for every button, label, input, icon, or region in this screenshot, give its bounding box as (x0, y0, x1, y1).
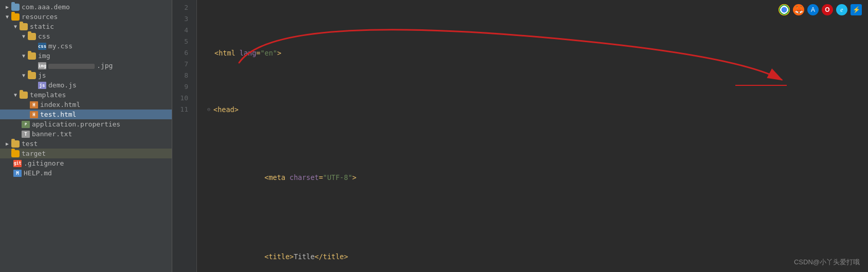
folder-icon (28, 52, 36, 60)
img-file-icon: img (38, 62, 46, 69)
css-file-icon: css (38, 43, 46, 50)
sidebar-item-label: target (22, 150, 46, 157)
code-content[interactable]: <html lang="en"> ⊖ <head> <meta charset=… (197, 0, 868, 272)
code-line-4: <meta charset="UTF-8"> (205, 160, 868, 194)
sidebar-item-js[interactable]: ▼ js (0, 70, 172, 80)
code-editor: 2 3 4 5 6 7 8 9 10 11 <html lang="en"> ⊖… (172, 0, 868, 272)
folder-icon (28, 33, 36, 40)
sidebar-item-test[interactable]: ▶ test (0, 139, 172, 149)
line-num-4: 4 (172, 25, 192, 36)
line-num-5: 5 (172, 36, 192, 47)
line-num-3: 3 (172, 13, 192, 25)
folder-icon (11, 13, 20, 21)
sidebar-item-label: test (22, 140, 38, 148)
sidebar-item-gitignore[interactable]: git .gitignore (0, 158, 172, 168)
chevron-down-icon: ▼ (21, 33, 27, 40)
sidebar-item-app-props[interactable]: P application.properties (0, 119, 172, 129)
md-file-icon: M (13, 170, 22, 177)
sidebar-item-templates[interactable]: ▼ templates (0, 90, 172, 100)
code-token: title (323, 252, 344, 261)
code-token: = (256, 47, 260, 59)
code-token: Title (294, 252, 315, 261)
file-tree: ▶ com.aaa.demo ▼ resources ▼ static ▼ cs… (0, 0, 172, 272)
sidebar-item-label: demo.js (48, 81, 77, 89)
sidebar-item-label: .gitignore (24, 159, 64, 167)
sidebar-item-label: my.css (48, 42, 73, 50)
fold-icon[interactable]: ⊖ (205, 106, 212, 113)
sidebar-item-label: index.html (40, 101, 80, 108)
folder-icon (11, 150, 20, 157)
chevron-down-icon: ▼ (21, 72, 27, 79)
sidebar-item-help-md[interactable]: M HELP.md (0, 168, 172, 178)
line-num-9: 9 (172, 81, 192, 93)
code-token: > (344, 252, 348, 261)
sidebar-item-label: css (38, 32, 50, 40)
code-token: head (218, 104, 234, 115)
folder-icon (11, 4, 20, 11)
chevron-down-icon: ▼ (4, 14, 10, 20)
sidebar-item-label: static (30, 23, 54, 30)
html-file-icon: H (30, 111, 38, 118)
code-token: charset (285, 173, 319, 182)
folder-icon (20, 23, 28, 30)
sidebar-item-my-css[interactable]: css my.css (0, 41, 172, 51)
code-token: < (214, 47, 219, 59)
code-line-2: <html lang="en"> (205, 47, 868, 59)
prop-file-icon: P (22, 121, 30, 128)
sidebar-item-static[interactable]: ▼ static (0, 22, 172, 31)
html-file-icon: H (30, 101, 38, 108)
chevron-right-icon: ▶ (4, 141, 10, 147)
code-area: 2 3 4 5 6 7 8 9 10 11 <html lang="en"> ⊖… (172, 0, 868, 272)
code-token: > (352, 173, 356, 182)
code-token: </ (315, 252, 323, 261)
sidebar-item-label: templates (30, 91, 66, 99)
folder-icon (11, 140, 20, 148)
sidebar-item-label: banner.txt (32, 130, 72, 138)
code-token: = (319, 173, 323, 182)
chevron-down-icon: ▼ (12, 24, 19, 30)
js-file-icon: js (38, 82, 46, 89)
sidebar-item-label: resources (22, 13, 58, 21)
sidebar-item-img[interactable]: ▼ img (0, 51, 172, 61)
sidebar-item-label: HELP.md (24, 169, 52, 177)
sidebar-item-index-html[interactable]: H index.html (0, 100, 172, 110)
sidebar-item-com-aaa-demo[interactable]: ▶ com.aaa.demo (0, 2, 172, 12)
sidebar-item-label: img (38, 52, 50, 60)
sidebar-item-resources[interactable]: ▼ resources (0, 12, 172, 22)
sidebar-item-test-html[interactable]: H test.html (0, 110, 172, 119)
sidebar-item-label: application.properties (32, 120, 120, 128)
ie-icon[interactable]: e (836, 4, 847, 15)
chevron-right-icon (4, 151, 10, 157)
sidebar-item-label: com.aaa.demo (22, 3, 70, 11)
opera-icon[interactable]: O (822, 4, 833, 15)
sidebar-item-css[interactable]: ▼ css (0, 31, 172, 41)
sidebar-item-demo-js[interactable]: js demo.js (0, 80, 172, 90)
line-num-8: 8 (172, 70, 192, 81)
edge2-icon[interactable]: ⚡ (851, 4, 862, 15)
code-token: < (213, 104, 218, 115)
code-token: "UTF-8" (323, 173, 352, 182)
sidebar-item-label: js (38, 71, 46, 79)
folder-icon (28, 72, 36, 79)
firefox-icon[interactable]: 🦊 (793, 4, 804, 15)
code-token: > (277, 47, 281, 59)
line-num-7: 7 (172, 59, 192, 70)
chevron-down-icon: ▶ (4, 4, 10, 10)
code-line-5: <title>Title</title> (205, 240, 868, 272)
sidebar-item-label: .jpg (48, 62, 113, 69)
line-num-11: 11 (172, 104, 192, 115)
chevron-down-icon: ▼ (12, 92, 19, 98)
code-token: title (268, 252, 290, 261)
sidebar-item-banner-txt[interactable]: T banner.txt (0, 129, 172, 139)
edge-icon[interactable]: A (807, 4, 819, 15)
code-token: lang (236, 47, 257, 59)
code-token: html (219, 47, 236, 59)
line-num-6: 6 (172, 47, 192, 59)
code-token: "en" (260, 47, 277, 59)
sidebar-item-target[interactable]: target (0, 149, 172, 158)
code-line-3: ⊖ <head> (205, 104, 868, 115)
sidebar-item-jpg[interactable]: img .jpg (0, 61, 172, 70)
line-num-2: 2 (172, 2, 192, 13)
chrome-icon[interactable] (779, 4, 790, 15)
line-num-10: 10 (172, 93, 192, 104)
